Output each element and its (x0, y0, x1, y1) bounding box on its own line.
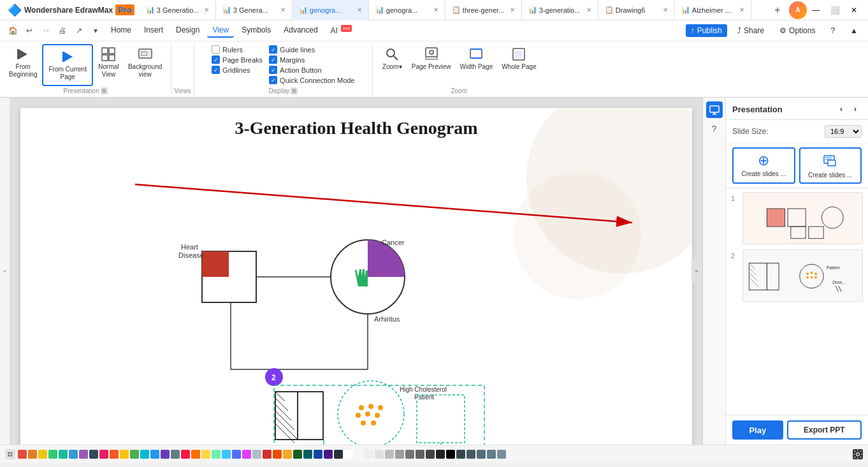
left-collapse-btn[interactable]: « (0, 98, 10, 445)
color-dot-21[interactable] (232, 450, 241, 459)
forward-btn[interactable]: ↪ (38, 23, 54, 38)
nav-tab-ai[interactable]: AI hot (326, 24, 358, 38)
color-dot-40[interactable] (426, 450, 435, 459)
color-dot-12[interactable] (140, 450, 149, 459)
tab-0[interactable]: 📊3 Generatio...✕ (140, 0, 216, 20)
help-button[interactable]: ? (825, 24, 840, 37)
color-dot-13[interactable] (150, 450, 159, 459)
color-dot-0[interactable] (18, 450, 27, 459)
rulers-check-item[interactable]: Rulers (212, 45, 263, 54)
color-dot-46[interactable] (487, 450, 496, 459)
color-dot-14[interactable] (161, 450, 170, 459)
nav-tab-symbols[interactable]: Symbols (236, 24, 276, 38)
panel-prev-btn[interactable]: ‹ (835, 103, 848, 115)
color-dot-25[interactable] (273, 450, 282, 459)
page-breaks-checkbox[interactable] (212, 56, 220, 64)
color-dot-42[interactable] (446, 450, 455, 459)
color-dot-35[interactable] (375, 450, 384, 459)
color-dot-22[interactable] (242, 450, 251, 459)
color-dot-9[interactable] (110, 450, 119, 459)
color-dot-18[interactable] (201, 450, 210, 459)
create-slides-btn-1[interactable]: ⊕ Create slides ... (732, 147, 795, 184)
zoom-btn[interactable]: Zoom▾ (378, 44, 407, 73)
color-dot-45[interactable] (477, 450, 486, 459)
nav-tab-insert[interactable]: Insert (139, 24, 168, 38)
color-dot-43[interactable] (456, 450, 465, 459)
color-dot-3[interactable] (48, 450, 57, 459)
tab-6[interactable]: 📋Drawing6✕ (598, 0, 675, 20)
question-panel-btn[interactable]: ? (706, 121, 723, 137)
color-dot-39[interactable] (416, 450, 424, 459)
slide-1-thumb[interactable] (742, 192, 863, 244)
canvas-page[interactable]: 3-Generation Health Genogram Heart Disea… (20, 108, 692, 445)
display-expand-icon[interactable]: ⊠ (291, 87, 298, 94)
more-nav-btn[interactable]: ▾ (88, 23, 103, 38)
color-dot-38[interactable] (405, 450, 414, 459)
color-dot-8[interactable] (99, 450, 108, 459)
color-dot-28[interactable] (303, 450, 312, 459)
color-dot-15[interactable] (171, 450, 180, 459)
presentation-expand-icon[interactable]: ⊠ (101, 87, 108, 94)
back-btn[interactable]: ↩ (22, 23, 37, 38)
rulers-checkbox[interactable] (212, 45, 220, 54)
quick-connection-check-item[interactable]: Quick Connection Mode (269, 76, 354, 84)
color-dot-1[interactable] (28, 450, 37, 459)
right-expand-btn[interactable]: » (691, 258, 702, 284)
tab-1[interactable]: 📊3 Genera...✕ (216, 0, 293, 20)
color-dot-26[interactable] (283, 450, 292, 459)
gridlines-check-item[interactable]: Gridlines (212, 66, 263, 74)
color-picker-btn[interactable]: ⊡ (5, 449, 15, 459)
margins-check-item[interactable]: Margins (269, 56, 354, 64)
panel-next-btn[interactable]: › (849, 103, 862, 115)
page-breaks-check-item[interactable]: Page Breaks (212, 56, 263, 64)
nav-tab-home[interactable]: Home (106, 24, 136, 38)
from-current-page-btn[interactable]: From CurrentPage (45, 47, 90, 84)
slide-2-thumb[interactable]: Patient Divor... (742, 249, 863, 302)
tab-7[interactable]: 📊Alzheimer ...✕ (675, 0, 751, 20)
quick-connection-checkbox[interactable] (269, 76, 277, 84)
background-view-btn[interactable]: Backgroundview (124, 44, 166, 81)
export-ppt-button[interactable]: Export PPT (787, 420, 862, 440)
page-width-btn[interactable]: Width Page (456, 44, 497, 73)
settings-btn[interactable] (853, 449, 863, 459)
tab-3[interactable]: 📊genogra...✕ (369, 0, 445, 20)
action-button-checkbox[interactable] (269, 66, 277, 74)
color-dot-2[interactable] (38, 450, 47, 459)
new-tab-button[interactable]: + (769, 1, 786, 19)
user-avatar[interactable]: A (789, 1, 807, 19)
collapse-ribbon-btn[interactable]: ▲ (845, 24, 863, 37)
color-dot-32[interactable] (344, 450, 353, 459)
color-dot-44[interactable] (467, 450, 475, 459)
options-button[interactable]: ⚙ Options (774, 24, 820, 37)
share-button[interactable]: ⤴ Share (732, 24, 769, 37)
guide-lines-checkbox[interactable] (269, 45, 277, 54)
from-beginning-btn[interactable]: FromBeginning (5, 44, 41, 81)
nav-tab-advanced[interactable]: Advanced (278, 24, 322, 38)
export-nav-btn[interactable]: ↗ (71, 23, 87, 38)
page-preview-btn[interactable]: Page Preview (408, 44, 455, 73)
close-button[interactable]: ✕ (845, 1, 863, 19)
publish-button[interactable]: ↑ Publish (686, 24, 727, 37)
tab-2[interactable]: 📊genogra...✕ (293, 0, 369, 20)
maximize-button[interactable]: ⬜ (826, 1, 844, 19)
color-dot-24[interactable] (263, 450, 271, 459)
create-slides-btn-2[interactable]: Create slides ... (799, 147, 862, 184)
color-dot-16[interactable] (181, 450, 190, 459)
home-nav-btn[interactable]: 🏠 (5, 23, 20, 38)
color-dot-36[interactable] (385, 450, 394, 459)
print-btn[interactable]: 🖨 (55, 23, 70, 38)
presentation-panel-btn[interactable] (706, 101, 723, 118)
whole-page-btn[interactable]: Whole Page (498, 44, 540, 73)
color-dot-10[interactable] (120, 450, 129, 459)
normal-view-btn[interactable]: NormalView (94, 44, 123, 81)
nav-tab-view[interactable]: View (207, 24, 234, 38)
color-dot-7[interactable] (89, 450, 98, 459)
tab-4[interactable]: 📋three-gener...✕ (445, 0, 522, 20)
color-dot-11[interactable] (130, 450, 139, 459)
play-button[interactable]: Play (732, 420, 783, 440)
tab-5[interactable]: 📊3-generatio...✕ (522, 0, 598, 20)
margins-checkbox[interactable] (269, 56, 277, 64)
color-dot-4[interactable] (59, 450, 68, 459)
color-dot-23[interactable] (252, 450, 261, 459)
color-dot-30[interactable] (324, 450, 333, 459)
